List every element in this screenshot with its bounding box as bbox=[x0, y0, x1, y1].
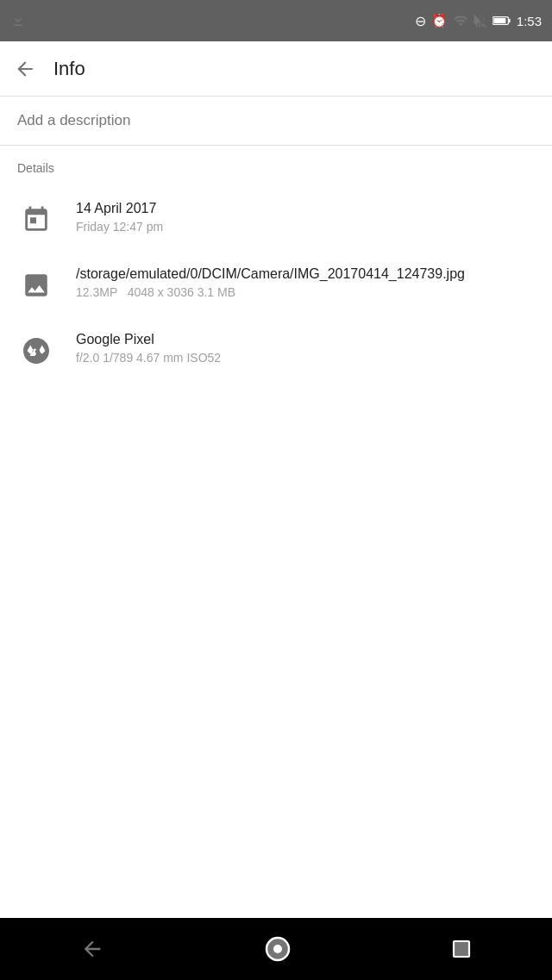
camera-row: Google Pixel f/2.0 1/789 4.67 mm ISO52 bbox=[17, 318, 535, 384]
image-icon bbox=[17, 266, 55, 304]
dnd-icon: ⊖ bbox=[415, 13, 426, 29]
wifi-icon bbox=[453, 13, 468, 28]
status-bar-left bbox=[10, 11, 26, 30]
nav-back-button[interactable] bbox=[80, 937, 104, 961]
nav-home-button[interactable] bbox=[265, 936, 291, 962]
svg-rect-5 bbox=[454, 941, 469, 957]
status-bar-right: ⊖ ⏰ 1:53 bbox=[415, 13, 542, 29]
file-content: /storage/emulated/0/DCIM/Camera/IMG_2017… bbox=[76, 266, 465, 299]
date-content: 14 April 2017 Friday 12:47 pm bbox=[76, 201, 163, 234]
svg-point-4 bbox=[273, 945, 282, 953]
camera-model: Google Pixel bbox=[76, 332, 221, 347]
details-section: Details 14 April 2017 Friday 12:47 pm /s… bbox=[0, 146, 552, 384]
date-secondary: Friday 12:47 pm bbox=[76, 220, 163, 234]
svg-rect-1 bbox=[509, 19, 511, 22]
toolbar: Info bbox=[0, 41, 552, 97]
description-input[interactable] bbox=[17, 112, 535, 129]
calendar-icon bbox=[17, 201, 55, 239]
date-primary: 14 April 2017 bbox=[76, 201, 163, 216]
file-meta: 12.3MP 4048 x 3036 3.1 MB bbox=[76, 285, 465, 299]
file-row: /storage/emulated/0/DCIM/Camera/IMG_2017… bbox=[17, 253, 535, 318]
svg-rect-2 bbox=[493, 18, 505, 23]
status-time: 1:53 bbox=[517, 14, 542, 28]
camera-shutter-icon bbox=[17, 332, 55, 370]
nav-recent-button[interactable] bbox=[451, 939, 472, 959]
details-label: Details bbox=[17, 161, 535, 175]
camera-content: Google Pixel f/2.0 1/789 4.67 mm ISO52 bbox=[76, 332, 221, 365]
signal-icon bbox=[474, 13, 487, 28]
clock-icon: ⏰ bbox=[431, 13, 448, 28]
camera-settings: f/2.0 1/789 4.67 mm ISO52 bbox=[76, 351, 221, 365]
back-button[interactable] bbox=[14, 58, 36, 80]
status-bar: ⊖ ⏰ 1:53 bbox=[0, 0, 552, 41]
download-icon bbox=[10, 11, 26, 30]
file-path: /storage/emulated/0/DCIM/Camera/IMG_2017… bbox=[76, 266, 465, 282]
page-title: Info bbox=[53, 58, 85, 80]
date-row: 14 April 2017 Friday 12:47 pm bbox=[17, 187, 535, 253]
description-section bbox=[0, 97, 552, 146]
battery-icon bbox=[492, 14, 511, 28]
nav-bar bbox=[0, 918, 552, 980]
